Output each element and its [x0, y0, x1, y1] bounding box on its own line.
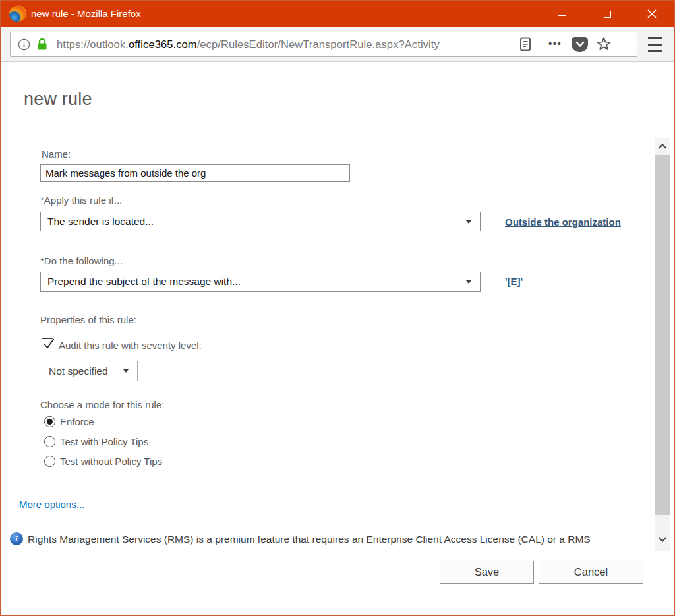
scrollbar[interactable]: [655, 138, 670, 551]
menu-icon[interactable]: [648, 37, 664, 52]
url-scheme-host: https://outlook.: [57, 38, 129, 51]
save-button[interactable]: Save: [440, 561, 534, 584]
chevron-down-icon: [123, 369, 129, 373]
severity-dropdown-value: Not specified: [42, 365, 108, 377]
close-button[interactable]: [633, 1, 670, 27]
url-path: /ecp/RulesEditor/NewTransportRule.aspx?A…: [197, 38, 440, 51]
toolbar-separator: [541, 36, 541, 53]
url-fade-overlay: [482, 32, 518, 56]
action-value-link[interactable]: '[E]': [505, 276, 523, 287]
browser-toolbar: https://outlook.office365.com/ecp/RulesE…: [1, 27, 674, 62]
properties-label: Properties of this rule:: [40, 314, 136, 325]
chevron-down-icon: [465, 280, 472, 284]
maximize-button[interactable]: [589, 1, 626, 27]
severity-dropdown[interactable]: Not specified: [42, 361, 138, 381]
scrollbar-thumb[interactable]: [655, 155, 670, 515]
radio-label: Enforce: [60, 416, 94, 427]
chevron-down-icon: [465, 220, 472, 224]
radio-label: Test with Policy Tips: [60, 436, 148, 447]
condition-value-link[interactable]: Outside the organization: [505, 216, 621, 228]
audit-checkbox[interactable]: [42, 338, 53, 350]
pocket-icon[interactable]: [572, 37, 588, 52]
page-actions-icon[interactable]: •••: [548, 38, 562, 49]
action-dropdown[interactable]: Prepend the subject of the message with.…: [40, 272, 481, 292]
window-titlebar: new rule - Mozilla Firefox: [1, 1, 674, 27]
action-dropdown-value: Prepend the subject of the message with.…: [41, 276, 241, 288]
condition-dropdown-value: The sender is located...: [41, 216, 154, 228]
window-title: new rule - Mozilla Firefox: [31, 1, 141, 27]
condition-dropdown[interactable]: The sender is located...: [40, 212, 481, 231]
radio-mode-1[interactable]: Test with Policy Tips: [44, 436, 148, 447]
cancel-button[interactable]: Cancel: [539, 561, 643, 584]
bookmark-star-icon[interactable]: [597, 37, 611, 51]
radio-mode-0[interactable]: Enforce: [44, 416, 94, 427]
name-label: Name:: [42, 148, 71, 160]
firefox-logo-icon: [9, 5, 26, 22]
url-domain: office365.com: [129, 38, 197, 51]
minimize-button[interactable]: [543, 1, 580, 27]
info-icon: i: [10, 532, 23, 545]
url-bar[interactable]: https://outlook.office365.com/ecp/RulesE…: [10, 32, 637, 57]
action-label: *Do the following...: [40, 255, 123, 266]
radio-mode-2[interactable]: Test without Policy Tips: [44, 456, 162, 467]
radio-circle-icon: [44, 416, 55, 427]
firefox-window: new rule - Mozilla Firefox: [0, 0, 675, 616]
radio-label: Test without Policy Tips: [60, 456, 162, 467]
radio-circle-icon: [44, 436, 55, 447]
condition-label: *Apply this rule if...: [40, 195, 122, 206]
scroll-up-icon[interactable]: [655, 140, 670, 156]
scroll-down-icon[interactable]: [655, 533, 670, 549]
audit-label: Audit this rule with severity level:: [59, 340, 202, 351]
radio-circle-icon: [44, 456, 55, 467]
mode-label: Choose a mode for this rule:: [40, 399, 164, 410]
rms-notice: Rights Management Services (RMS) is a pr…: [28, 534, 642, 545]
rule-name-input[interactable]: [40, 164, 350, 182]
page-info-icon[interactable]: [18, 38, 30, 51]
more-options-link[interactable]: More options...: [19, 499, 84, 510]
page-title: new rule: [24, 89, 92, 109]
reader-mode-icon[interactable]: [518, 36, 533, 52]
url-text[interactable]: https://outlook.office365.com/ecp/RulesE…: [57, 32, 518, 56]
lock-icon[interactable]: [36, 38, 48, 51]
